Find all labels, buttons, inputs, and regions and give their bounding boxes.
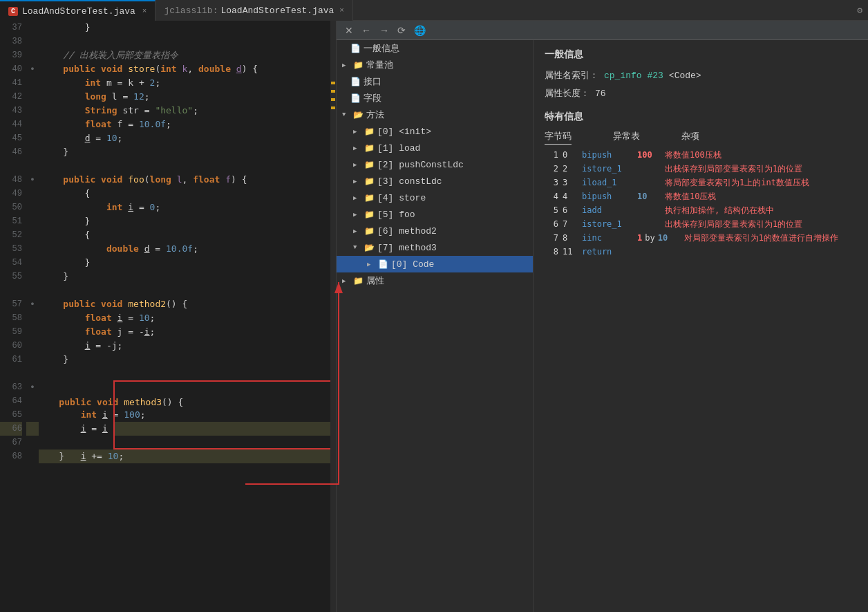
code-line: public void store(int k, double d) { xyxy=(39,62,330,76)
bc-comment: 将局部变量表索引为1上的int数值压栈 xyxy=(665,176,809,189)
tree-item-label: 字段 xyxy=(364,92,381,104)
tree-item-constldc[interactable]: ▶ 📁 [3] constLdc xyxy=(337,173,533,189)
code-line: { xyxy=(39,187,330,201)
header-bytecode[interactable]: 字节码 xyxy=(545,130,572,145)
tree-item-methods[interactable]: ▼ 📂 方法 xyxy=(337,106,533,123)
settings-icon[interactable]: ⚙ xyxy=(857,5,862,16)
expand-arrow: ▶ xyxy=(342,277,350,285)
bc-comment: 对局部变量表索引为1的数值进行自增操作 xyxy=(684,232,838,244)
tree-item-code[interactable]: ▶ 📄 [0] Code xyxy=(337,256,533,272)
tab-left-file[interactable]: C LoadAndStoreTest.java × xyxy=(0,0,155,21)
expand-arrow: ▼ xyxy=(342,111,350,118)
tree-item-load[interactable]: ▶ 📁 [1] load xyxy=(337,140,533,156)
refresh-btn[interactable]: ⟳ xyxy=(395,24,408,37)
bc-comment: 将数值10压栈 xyxy=(665,190,716,203)
tab-right-jclasslib[interactable]: jclasslib: LoadAndStoreTest.java × xyxy=(155,0,352,21)
tree-item-init[interactable]: ▶ 📁 [0] <init> xyxy=(337,123,533,140)
code-line: public void method2() { xyxy=(39,297,330,311)
back-btn[interactable]: ← xyxy=(359,24,374,37)
tree-item-attributes[interactable]: ▶ 📁 属性 xyxy=(337,272,533,289)
tree-item-label: 常量池 xyxy=(366,59,393,71)
jclasslib-prefix: jclasslib: xyxy=(164,6,218,16)
attr-length-label: 属性长度： xyxy=(545,87,589,100)
folder-icon: 📁 xyxy=(364,210,375,220)
bc-comment: 出栈保存到局部变量表索引为1的位置 xyxy=(665,163,802,175)
class-tree[interactable]: 📄 一般信息 ▶ 📁 常量池 📄 接口 xyxy=(337,40,534,612)
bc-offset: 0 xyxy=(563,149,576,161)
forward-btn[interactable]: → xyxy=(377,24,392,37)
bytecode-row-3: 3 3 iload_1 将局部变量表索引为1上的int数值压栈 xyxy=(545,176,857,189)
code-editor-panel: 37 38 39 40 41 42 43 44 45 46 47 48 49 5… xyxy=(0,21,337,612)
bc-instr: bipush xyxy=(582,149,637,161)
tab-right-close[interactable]: × xyxy=(339,6,344,15)
bc-offset: 6 xyxy=(563,204,576,216)
tree-item-method3[interactable]: ▼ 📂 [7] method3 xyxy=(337,239,533,256)
close-btn[interactable]: ✕ xyxy=(342,24,356,37)
tree-item-label: [7] method3 xyxy=(377,243,437,253)
globe-btn[interactable]: 🌐 xyxy=(411,24,428,37)
jclasslib-toolbar: ✕ ← → ⟳ 🌐 xyxy=(337,21,868,40)
code-line: double d = 10.0f; xyxy=(39,242,330,256)
expand-arrow: ▶ xyxy=(353,178,361,185)
attr-name-label: 属性名索引： xyxy=(545,69,598,82)
code-line xyxy=(39,35,330,48)
general-info-title: 一般信息 xyxy=(545,48,857,61)
header-exception[interactable]: 异常表 xyxy=(613,130,640,145)
bc-offset: 11 xyxy=(563,245,576,258)
tree-item-method2[interactable]: ▶ 📁 [6] method2 xyxy=(337,223,533,239)
bc-instr: return xyxy=(582,245,637,258)
code-line: public void foo(long l, float f) { xyxy=(39,173,330,187)
tree-item-label: [5] foo xyxy=(377,210,415,220)
expand-arrow: ▼ xyxy=(353,244,361,251)
file-type-icon: C xyxy=(8,7,18,16)
code-scroll-area[interactable]: 37 38 39 40 41 42 43 44 45 46 47 48 49 5… xyxy=(0,21,336,612)
tree-item-interface[interactable]: 📄 接口 xyxy=(337,73,533,90)
bc-num: 7 xyxy=(545,232,558,244)
attr-name-suffix: <Code> xyxy=(669,71,701,81)
tree-item-label: [0] Code xyxy=(391,259,434,270)
bc-num: 5 xyxy=(545,204,558,216)
attr-name-link[interactable]: cp_info #23 xyxy=(604,71,663,81)
code-line: float f = 10.0f; xyxy=(39,118,330,131)
file-icon: 📄 xyxy=(350,44,361,54)
bytecode-list: 1 0 bipush 100 将数值100压栈 2 2 xyxy=(545,149,857,258)
bc-arg1: 1 xyxy=(637,232,642,244)
code-line: } xyxy=(39,21,330,35)
tab-left-close[interactable]: × xyxy=(142,7,147,15)
code-line: String str = "hello"; xyxy=(39,104,330,118)
bc-comment: 执行相加操作, 结构仍在栈中 xyxy=(665,204,774,216)
folder-icon: 📁 xyxy=(364,176,375,187)
expand-arrow: ▶ xyxy=(353,145,361,152)
code-line-66: i += 10; xyxy=(113,422,330,436)
header-misc[interactable]: 杂项 xyxy=(681,130,699,145)
tree-item-pushconstldc[interactable]: ▶ 📁 [2] pushConstLdc xyxy=(337,156,533,173)
code-line: } xyxy=(39,214,330,228)
tree-item-label: [1] load xyxy=(377,143,420,154)
file-icon: 📄 xyxy=(378,259,388,270)
window-controls: ⚙ xyxy=(851,0,868,20)
bc-offset: 8 xyxy=(563,232,576,244)
code-line xyxy=(39,284,330,297)
code-line: } xyxy=(39,353,330,367)
code-line: { xyxy=(39,228,330,242)
folder-icon: 📁 xyxy=(353,276,364,286)
tree-item-general[interactable]: 📄 一般信息 xyxy=(337,40,533,57)
tree-item-label: 方法 xyxy=(366,109,384,121)
bytecode-row-8: 8 11 return xyxy=(545,245,857,258)
tree-item-constants[interactable]: ▶ 📁 常量池 xyxy=(337,57,533,73)
folder-icon: 📂 xyxy=(353,110,364,120)
tree-item-label: [0] <init> xyxy=(377,127,431,137)
bc-offset: 4 xyxy=(563,190,576,203)
bc-num: 6 xyxy=(545,218,558,230)
bc-instr: istore_1 xyxy=(582,163,637,175)
expand-arrow: ▶ xyxy=(353,194,361,202)
folder-icon: 📂 xyxy=(364,243,375,253)
tree-item-foo[interactable]: ▶ 📁 [5] foo xyxy=(337,206,533,223)
code-line xyxy=(39,367,330,380)
code-line: int m = k + 2; xyxy=(39,76,330,90)
jclasslib-viewer: ✕ ← → ⟳ 🌐 📄 一般信息 xyxy=(337,21,868,612)
expand-arrow: ▶ xyxy=(353,128,361,136)
tree-item-fields[interactable]: 📄 字段 xyxy=(337,90,533,106)
tree-item-store[interactable]: ▶ 📁 [4] store xyxy=(337,189,533,206)
tab-right-label: LoadAndStoreTest.java xyxy=(220,6,334,16)
